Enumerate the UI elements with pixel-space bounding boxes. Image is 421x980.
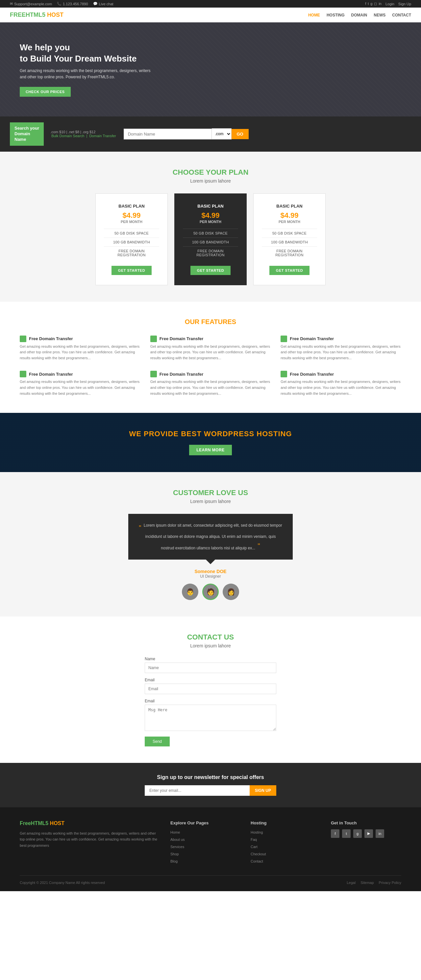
signup-link[interactable]: Sign Up	[398, 2, 411, 6]
feature-item-6: Free Domain Transfer Get amazing results…	[281, 371, 401, 396]
check-prices-button[interactable]: CHECK OUR PRICES	[20, 87, 71, 97]
footer-link-faq[interactable]: Faq	[251, 838, 257, 842]
send-button[interactable]: Send	[145, 737, 170, 746]
twitter-icon[interactable]: t	[368, 2, 369, 6]
footer-social-icons: f t g ▶ in	[331, 829, 401, 838]
plan-3-period: PER MONTH	[262, 220, 317, 224]
legal-link[interactable]: Legal	[347, 881, 356, 885]
quote-open-icon: "	[139, 524, 141, 531]
footer-link-about[interactable]: About us	[170, 838, 184, 842]
footer-explore-col: Explore Our Pages Home About us Services…	[170, 821, 241, 865]
avatar-3[interactable]: 👩	[222, 584, 239, 600]
footer-brand-col: FreeHTML5 HOST Get amazing results worki…	[20, 821, 160, 865]
footer-facebook-icon[interactable]: f	[331, 829, 340, 838]
footer-linkedin-icon[interactable]: in	[376, 829, 384, 838]
sitemap-link[interactable]: Sitemap	[361, 881, 373, 885]
top-bar-right: f t g ◻ in Login Sign Up	[365, 2, 411, 6]
message-textarea[interactable]	[145, 705, 276, 731]
footer-link-home[interactable]: Home	[170, 830, 180, 834]
feature-5-header: Free Domain Transfer	[150, 371, 271, 377]
domain-input-group: .com .net .org GO	[124, 128, 249, 140]
domain-transfer-link[interactable]: Domain Transfer	[89, 134, 116, 138]
footer-link-shop[interactable]: Shop	[170, 852, 179, 856]
linkedin-icon[interactable]: in	[378, 2, 381, 6]
name-input[interactable]	[145, 663, 276, 673]
newsletter-signup-button[interactable]: SIGN UP	[249, 785, 276, 796]
nav-home[interactable]: HOME	[308, 13, 320, 18]
feature-5-icon	[150, 371, 157, 377]
plan-3-feature-3: FREE DOMAIN REGISTRATION	[262, 247, 317, 259]
feature-1-title: Free Domain Transfer	[29, 336, 73, 341]
nav-contact[interactable]: CONTACT	[392, 13, 411, 18]
plan-2-cta[interactable]: GET STARTED	[191, 266, 230, 275]
features-title: OUR FEATURES	[20, 318, 401, 326]
plan-3-feature-2: 100 GB BANDWIDTH	[262, 237, 317, 247]
feature-5-desc: Get amazing results working with the bes…	[150, 379, 271, 396]
footer-twitter-icon[interactable]: t	[342, 829, 351, 838]
feature-2-desc: Get amazing results working with the bes…	[150, 344, 271, 361]
feature-4-title: Free Domain Transfer	[29, 372, 73, 377]
plan-card-3: BASIC PLAN $4.99 PER MONTH 50 GB DISK SP…	[253, 193, 326, 285]
testimonial-section: CUSTOMER LOVE US Lorem ipsum lahore " Lo…	[0, 472, 421, 616]
google-icon[interactable]: g	[370, 2, 372, 6]
feature-1-icon	[20, 336, 26, 342]
nav-news[interactable]: NEWS	[373, 13, 386, 18]
newsletter-headline: Sign up to our newsletter for special of…	[10, 775, 411, 780]
footer-touch-title: Get in Touch	[331, 821, 401, 826]
plan-2-price: $4.99	[183, 211, 238, 220]
message-label: Email	[145, 699, 276, 703]
nav-hosting[interactable]: HOSTING	[327, 13, 345, 18]
plan-1-cta[interactable]: GET STARTED	[111, 266, 152, 275]
feature-item-3: Free Domain Transfer Get amazing results…	[281, 336, 401, 361]
footer-brand: FreeHTML5 HOST	[20, 821, 160, 826]
footer-bottom-links: Legal Sitemap Privacy Policy	[347, 881, 401, 885]
plan-3-cta[interactable]: GET STARTED	[269, 266, 310, 275]
email-group: Email	[145, 678, 276, 694]
instagram-icon[interactable]: ◻	[374, 2, 377, 6]
newsletter-input[interactable]	[145, 785, 249, 796]
feature-2-icon	[150, 336, 157, 342]
name-group: Name	[145, 657, 276, 673]
footer-link-hosting[interactable]: Hosting	[251, 830, 263, 834]
plan-card-2: BASIC PLAN $4.99 PER MONTH 50 GB DISK SP…	[174, 193, 247, 285]
login-link[interactable]: Login	[386, 2, 394, 6]
livechat-link[interactable]: 💬 Live chat	[93, 2, 113, 6]
feature-6-icon	[281, 371, 287, 377]
newsletter-form: SIGN UP	[145, 785, 276, 796]
footer-link-blog[interactable]: Blog	[170, 859, 178, 863]
domain-quick-links: Bulk Domain Search | Domain Transfer	[50, 134, 117, 138]
footer-hosting-links: Hosting Faq Cart Checkout Contact	[251, 829, 321, 864]
footer-link-checkout[interactable]: Checkout	[251, 852, 266, 856]
plan-3-price: $4.99	[262, 211, 317, 220]
privacy-link[interactable]: Privacy Policy	[379, 881, 401, 885]
avatar-1[interactable]: 👨	[182, 584, 199, 600]
footer-explore-title: Explore Our Pages	[170, 821, 241, 826]
domain-search-input[interactable]	[124, 129, 212, 140]
domain-tld-select[interactable]: .com .net .org	[212, 128, 232, 140]
bulk-search-link[interactable]: Bulk Domain Search	[51, 134, 84, 138]
domain-go-button[interactable]: GO	[232, 129, 249, 139]
footer-link-contact[interactable]: Contact	[251, 859, 263, 863]
top-bar: ✉ Support@example.com 📞 1.123.456.7890 💬…	[0, 0, 421, 8]
feature-3-header: Free Domain Transfer	[281, 336, 401, 342]
footer-youtube-icon[interactable]: ▶	[364, 829, 373, 838]
feature-item-5: Free Domain Transfer Get amazing results…	[150, 371, 271, 396]
feature-3-title: Free Domain Transfer	[290, 336, 334, 341]
plan-1-features: 50 GB DISK SPACE 100 GB BANDWIDTH FREE D…	[104, 229, 159, 259]
hero-headline: We help you to Build Your Dream Website	[20, 42, 151, 64]
facebook-icon[interactable]: f	[365, 2, 366, 6]
nav-domain[interactable]: DOMAIN	[351, 13, 367, 18]
email-info: ✉ Support@example.com	[10, 2, 52, 6]
email-input[interactable]	[145, 684, 276, 694]
footer-link-cart[interactable]: Cart	[251, 845, 257, 849]
avatar-2[interactable]: 🧑	[202, 584, 219, 600]
top-social-icons: f t g ◻ in	[365, 2, 381, 6]
footer-google-icon[interactable]: g	[353, 829, 362, 838]
feature-3-icon	[281, 336, 287, 342]
footer-link-services[interactable]: Services	[170, 845, 184, 849]
top-bar-contact: ✉ Support@example.com 📞 1.123.456.7890 💬…	[10, 2, 113, 6]
learn-more-button[interactable]: LEARN MORE	[189, 445, 232, 455]
testimonial-quote: Lorem ipsum dolor sit amet, consectetur …	[144, 523, 282, 550]
newsletter-section: Sign up to our newsletter for special of…	[0, 763, 421, 807]
testimonial-box: " Lorem ipsum dolor sit amet, consectetu…	[128, 514, 293, 559]
